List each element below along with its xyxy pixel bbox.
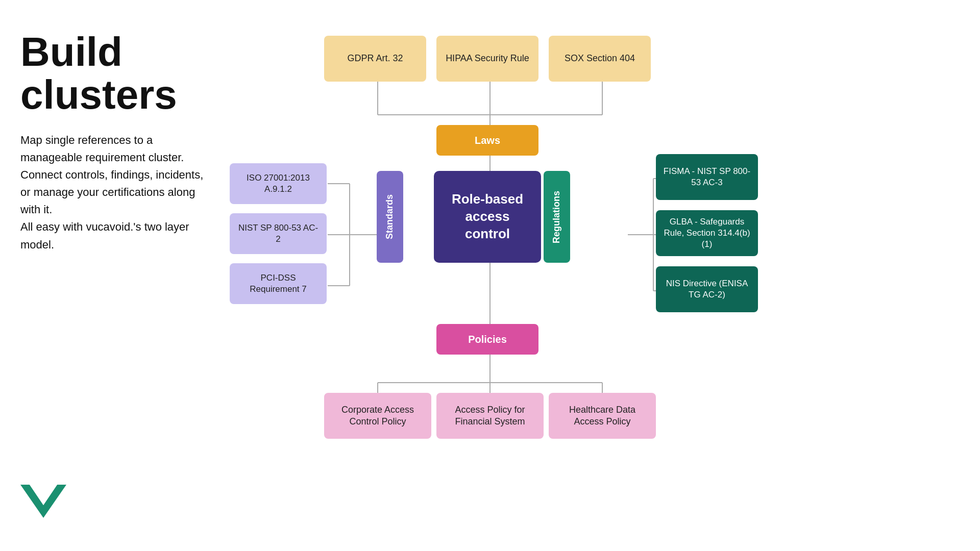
hipaa-box: HIPAA Security Rule xyxy=(436,36,538,82)
iso-box: ISO 27001:2013 A.9.1.2 xyxy=(230,163,327,204)
pci-box: PCI-DSS Requirement 7 xyxy=(230,263,327,304)
standards-bar: Standards xyxy=(377,171,403,263)
description-text: Map single references to a manageable re… xyxy=(20,132,204,254)
center-box: Role-based access control xyxy=(434,171,541,263)
corporate-policy-box: Corporate Access Control Policy xyxy=(324,393,431,439)
company-logo xyxy=(20,485,66,520)
financial-policy-box: Access Policy for Financial System xyxy=(436,393,544,439)
diagram-area: GDPR Art. 32 HIPAA Security Rule SOX Sec… xyxy=(230,20,965,531)
sox-box: SOX Section 404 xyxy=(549,36,651,82)
regulations-bar: Regulations xyxy=(544,171,570,263)
healthcare-policy-box: Healthcare Data Access Policy xyxy=(549,393,656,439)
left-panel: Build clusters Map single references to … xyxy=(20,31,204,254)
fisma-box: FISMA - NIST SP 800-53 AC-3 xyxy=(656,154,758,200)
laws-box: Laws xyxy=(436,125,538,156)
gdpr-box: GDPR Art. 32 xyxy=(324,36,426,82)
nis-box: NIS Directive (ENISA TG AC-2) xyxy=(656,266,758,312)
connector-lines xyxy=(230,20,965,531)
nist-ac2-box: NIST SP 800-53 AC-2 xyxy=(230,213,327,254)
policies-box: Policies xyxy=(436,324,538,355)
main-title: Build clusters xyxy=(20,31,204,116)
glba-box: GLBA - Safeguards Rule, Section 314.4(b)… xyxy=(656,210,758,256)
